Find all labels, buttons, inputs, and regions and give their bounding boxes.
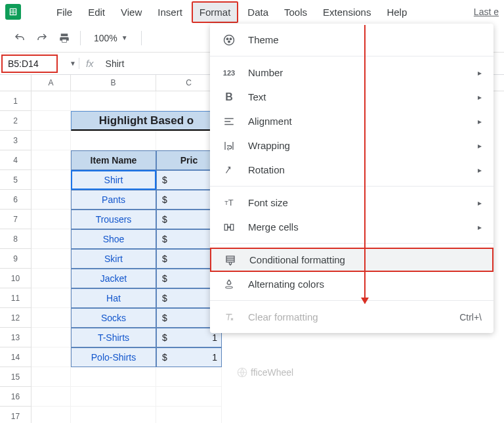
menu-alternating-colors[interactable]: Alternating colors	[210, 272, 494, 296]
chevron-down-icon[interactable]: ▼	[70, 60, 76, 67]
table-cell-name[interactable]: Hat	[71, 288, 156, 308]
cell[interactable]	[32, 288, 71, 308]
menu-text[interactable]: B Text ▸	[210, 85, 494, 109]
row-header[interactable]: 12	[0, 308, 32, 328]
cell[interactable]	[32, 150, 71, 170]
formula-value[interactable]: Shirt	[106, 58, 125, 69]
select-all-corner[interactable]	[0, 75, 32, 91]
row-header[interactable]: 17	[0, 407, 32, 423]
column-header-b[interactable]: B	[71, 75, 156, 91]
table-cell-name[interactable]: Skirt	[71, 249, 156, 269]
row-header[interactable]: 14	[0, 347, 32, 367]
svg-rect-10	[226, 256, 234, 262]
cell[interactable]	[32, 328, 71, 347]
table-cell-name[interactable]: T-Shirts	[71, 328, 156, 347]
table-cell-name[interactable]: Shirt	[71, 170, 156, 190]
table-cell-name[interactable]: Polo-Shirts	[71, 347, 156, 367]
cell[interactable]	[32, 347, 71, 367]
cell[interactable]	[32, 269, 71, 288]
row-header[interactable]: 6	[0, 190, 32, 210]
table-cell-name[interactable]: Trousers	[71, 210, 156, 229]
cell[interactable]	[32, 190, 71, 210]
table-cell-name[interactable]: Pants	[71, 190, 156, 210]
menu-extensions[interactable]: Extensions	[316, 3, 377, 22]
cell-reference-box[interactable]: B5:D14	[1, 55, 58, 73]
sheets-app-icon[interactable]	[5, 4, 21, 20]
menu-insert[interactable]: Insert	[151, 3, 189, 22]
row-header[interactable]: 13	[0, 328, 32, 347]
cell[interactable]	[32, 249, 71, 269]
menu-edit[interactable]: Edit	[81, 3, 112, 22]
cell[interactable]	[71, 387, 156, 407]
cell[interactable]	[32, 407, 71, 423]
row-header[interactable]: 3	[0, 131, 32, 150]
font-size-icon: TT	[222, 196, 236, 210]
cell[interactable]	[156, 407, 222, 423]
zoom-dropdown[interactable]: 100% ▼	[90, 30, 132, 46]
print-icon[interactable]	[58, 32, 71, 45]
row-header[interactable]: 9	[0, 249, 32, 269]
cell[interactable]	[32, 229, 71, 249]
row-header[interactable]: 15	[0, 367, 32, 387]
chevron-down-icon: ▼	[121, 34, 128, 41]
row-header[interactable]: 16	[0, 387, 32, 407]
last-edit-link[interactable]: Last e	[474, 7, 499, 17]
title-cell[interactable]: Highlight Based o	[71, 111, 222, 131]
menu-help[interactable]: Help	[380, 3, 413, 22]
row-header[interactable]: 4	[0, 150, 32, 170]
svg-rect-7	[224, 123, 234, 125]
menu-font-size[interactable]: TT Font size ▸	[210, 190, 494, 215]
cell[interactable]	[32, 367, 71, 387]
menu-alignment[interactable]: Alignment ▸	[210, 109, 494, 133]
menu-label: Font size	[248, 197, 288, 208]
menu-merge-cells[interactable]: Merge cells ▸	[210, 215, 494, 239]
menu-label: Merge cells	[248, 221, 299, 233]
menu-rotation[interactable]: Rotation ▸	[210, 158, 494, 182]
menu-separator	[210, 56, 494, 56]
cell[interactable]	[32, 308, 71, 328]
cell-reference-value: B5:D14	[8, 58, 39, 69]
row-header[interactable]: 1	[0, 91, 32, 111]
menu-view[interactable]: View	[114, 3, 148, 22]
cell[interactable]	[71, 91, 156, 111]
cell[interactable]	[71, 407, 156, 423]
menu-conditional-formatting[interactable]: Conditional formatting	[210, 248, 494, 272]
menu-number[interactable]: 123 Number ▸	[210, 60, 494, 85]
submenu-arrow-icon: ▸	[478, 141, 482, 150]
menu-wrapping[interactable]: Wrapping ▸	[210, 133, 494, 158]
row-header[interactable]: 8	[0, 229, 32, 249]
svg-point-11	[226, 286, 233, 288]
row-header[interactable]: 2	[0, 111, 32, 131]
row-header[interactable]: 7	[0, 210, 32, 229]
table-cell-price[interactable]: $1	[156, 347, 222, 367]
menu-theme[interactable]: Theme	[210, 28, 494, 52]
table-cell-name[interactable]: Socks	[71, 308, 156, 328]
row-header[interactable]: 10	[0, 269, 32, 288]
currency: $	[162, 293, 167, 303]
menu-clear-formatting[interactable]: Clear formatting Ctrl+\	[210, 305, 494, 329]
cell[interactable]	[32, 111, 71, 131]
menu-data[interactable]: Data	[241, 3, 275, 22]
menu-format[interactable]: Format	[192, 1, 239, 23]
row-header[interactable]: 11	[0, 288, 32, 308]
cell[interactable]	[71, 367, 156, 387]
theme-icon	[222, 33, 236, 47]
cell[interactable]	[32, 131, 71, 150]
table-header-item[interactable]: Item Name	[71, 150, 156, 170]
cell[interactable]	[32, 387, 71, 407]
cell[interactable]	[32, 91, 71, 111]
cell[interactable]	[71, 131, 156, 150]
row-header[interactable]: 5	[0, 170, 32, 190]
column-header-a[interactable]: A	[32, 75, 71, 91]
table-cell-name[interactable]: Shoe	[71, 229, 156, 249]
redo-icon[interactable]	[35, 32, 49, 45]
undo-icon[interactable]	[13, 32, 26, 45]
cell[interactable]	[156, 367, 222, 387]
cell[interactable]	[32, 170, 71, 190]
menu-file[interactable]: File	[50, 3, 79, 22]
menu-tools[interactable]: Tools	[278, 3, 314, 22]
currency: $	[162, 254, 167, 264]
cell[interactable]	[32, 210, 71, 229]
cell[interactable]	[156, 387, 222, 407]
table-cell-name[interactable]: Jacket	[71, 269, 156, 288]
